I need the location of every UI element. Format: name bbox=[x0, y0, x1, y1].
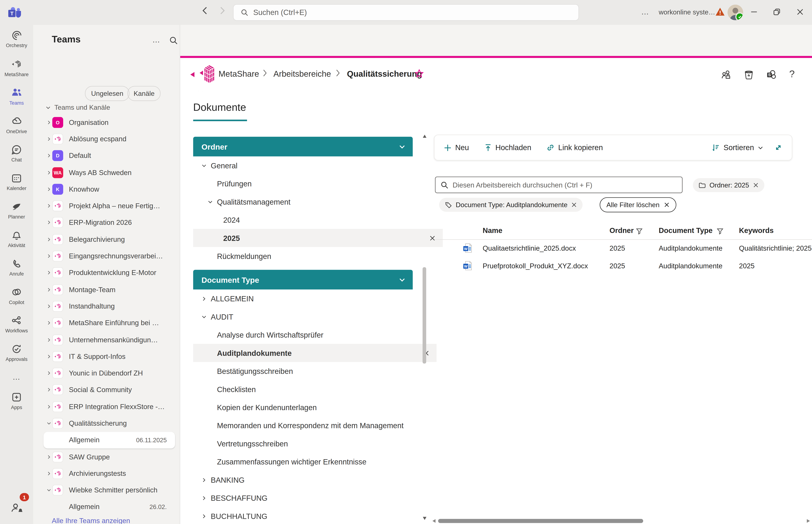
doctype-panel-header[interactable]: Document Type bbox=[193, 270, 413, 290]
window-restore-button[interactable] bbox=[773, 8, 781, 16]
global-search-input[interactable]: Suchen (Ctrl+E) bbox=[233, 4, 579, 21]
favorite-star-icon[interactable] bbox=[414, 69, 424, 79]
team-row[interactable]: Montage-Team bbox=[33, 281, 180, 298]
column-header-document-type[interactable]: Document Type bbox=[659, 226, 713, 234]
file-name[interactable]: Qualitaetsrichtlinie_2025.docx bbox=[483, 245, 576, 252]
column-header-ordner[interactable]: Ordner bbox=[610, 226, 634, 234]
folder-node-rueckmeldungen[interactable]: Rückmeldungen bbox=[193, 247, 436, 265]
team-row[interactable]: IT & Support-Infos bbox=[33, 348, 180, 365]
rail-item-apps[interactable]: Apps bbox=[0, 386, 33, 415]
titlebar-overflow-button[interactable]: … bbox=[641, 7, 649, 16]
team-row[interactable]: Unternehmensankündigun… bbox=[33, 331, 180, 348]
warning-icon[interactable] bbox=[715, 7, 725, 17]
rail-item-onedrive[interactable]: OneDrive bbox=[0, 110, 33, 139]
filter-pill-channels[interactable]: Kanäle bbox=[127, 86, 161, 101]
filter-funnel-icon[interactable] bbox=[636, 228, 643, 234]
vertical-scrollbar-thumb[interactable] bbox=[422, 267, 426, 364]
channel-row-selected[interactable]: Allgemein06.11.2025 bbox=[33, 431, 180, 448]
folder-node-pruefungen[interactable]: Prüfungen bbox=[193, 175, 436, 193]
copy-link-button[interactable]: Link kopieren bbox=[546, 144, 603, 152]
rail-item-orchestry[interactable]: Orchestry bbox=[0, 25, 33, 53]
doctype-node[interactable]: Checklisten bbox=[193, 380, 436, 398]
team-row[interactable]: Archivierungstests bbox=[33, 465, 180, 482]
doctype-node[interactable]: Bestätigungsschreiben bbox=[193, 362, 436, 380]
team-row[interactable]: Ablösung ecspand bbox=[33, 131, 180, 147]
doctype-node[interactable]: Analyse durch Wirtschaftsprüfer bbox=[193, 326, 436, 344]
show-all-teams-link[interactable]: Alle Ihre Teams anzeigen bbox=[52, 517, 130, 524]
team-row[interactable]: OOrganisation bbox=[33, 114, 180, 131]
scrollbar-up-arrow[interactable] bbox=[422, 134, 427, 138]
rail-more-button[interactable]: … bbox=[0, 367, 33, 386]
folder-node-2024[interactable]: 2024 bbox=[193, 211, 443, 229]
team-row[interactable]: Younic in Dübendorf ZH bbox=[33, 365, 180, 382]
team-row[interactable]: MetaShare Einführung bei … bbox=[33, 315, 180, 331]
breadcrumb-app[interactable]: MetaShare bbox=[218, 69, 259, 79]
rail-item-copilot[interactable]: Copilot bbox=[0, 281, 33, 310]
team-row[interactable]: Eingangsrechnungsverarbei… bbox=[33, 248, 180, 264]
section-teams-und-kanaele[interactable]: Teams und Kanäle bbox=[46, 103, 110, 111]
expand-view-button[interactable] bbox=[774, 144, 783, 152]
scrollbar-down-arrow[interactable] bbox=[422, 516, 427, 520]
team-row-expanded[interactable]: Qualitätssicherung bbox=[33, 415, 180, 432]
filter-chip-folder[interactable]: Ordner: 2025 bbox=[693, 178, 764, 192]
nav-back-icon[interactable] bbox=[201, 6, 210, 15]
folders-panel-header[interactable]: Ordner bbox=[193, 137, 413, 157]
folder-node-2025-selected[interactable]: 2025 bbox=[193, 229, 443, 247]
team-row[interactable]: Projekt Alpha – neue Fertig… bbox=[33, 198, 180, 214]
doctype-node[interactable]: Zusammenfassungen wichtiger Erkenntnisse bbox=[193, 453, 436, 471]
clear-filter-x-icon[interactable] bbox=[429, 235, 435, 241]
doctype-node[interactable]: Memoranden und Korrespondenz mit dem Man… bbox=[193, 416, 436, 434]
team-row[interactable]: WAWays AB Schweden bbox=[33, 164, 180, 181]
permissions-icon[interactable] bbox=[721, 69, 732, 80]
team-row[interactable]: Social & Community bbox=[33, 381, 180, 398]
rail-notifications-button[interactable]: 1 bbox=[0, 492, 33, 524]
workspace-search-input[interactable]: Diesen Arbeitsbereich durchsuchen (Ctrl … bbox=[435, 177, 683, 193]
tenant-name[interactable]: workonline syste… bbox=[659, 8, 715, 16]
doctype-group-audit[interactable]: AUDIT bbox=[193, 308, 430, 326]
filter-pill-unread[interactable]: Ungelesen bbox=[85, 86, 130, 101]
team-row[interactable]: Instandhaltung bbox=[33, 298, 180, 315]
column-header-name[interactable]: Name bbox=[483, 226, 502, 234]
doctype-group-beschaffung[interactable]: BESCHAFFUNG bbox=[193, 489, 430, 507]
horizontal-scrollbar-thumb[interactable] bbox=[438, 519, 643, 523]
window-minimize-button[interactable] bbox=[750, 8, 758, 16]
rail-item-chat[interactable]: Chat bbox=[0, 139, 33, 167]
new-button[interactable]: Neu bbox=[444, 144, 469, 152]
rail-item-approvals[interactable]: Approvals bbox=[0, 338, 33, 367]
team-row[interactable]: ERP Integration FlexxStore -… bbox=[33, 398, 180, 415]
rail-item-planner[interactable]: Planner bbox=[0, 196, 33, 224]
avatar[interactable] bbox=[728, 5, 743, 20]
teams-overflow-button[interactable]: … bbox=[152, 35, 161, 44]
rail-item-anrufe[interactable]: Anrufe bbox=[0, 253, 33, 281]
team-row[interactable]: DDefault bbox=[33, 147, 180, 164]
rail-item-metashare[interactable]: MetaShare bbox=[0, 53, 33, 82]
remove-filter-x-icon[interactable] bbox=[753, 182, 759, 188]
rail-item-aktivitaet[interactable]: Aktivität bbox=[0, 224, 33, 253]
clear-all-filters-button[interactable]: Alle Filter löschen bbox=[600, 197, 676, 212]
file-name[interactable]: Pruefprotokoll_Produkt_XYZ.docx bbox=[483, 262, 588, 270]
folder-node-general[interactable]: General bbox=[193, 157, 430, 175]
doctype-group-banking[interactable]: BANKING bbox=[193, 471, 430, 489]
rail-item-teams[interactable]: Teams bbox=[0, 82, 33, 110]
help-icon[interactable]: ? bbox=[789, 68, 795, 80]
doctype-group-allgemein[interactable]: ALLGEMEIN bbox=[193, 290, 430, 308]
hscrollbar-right-arrow[interactable] bbox=[806, 519, 810, 523]
channel-row[interactable]: Allgemein26.02. bbox=[33, 498, 180, 515]
doctype-node-selected[interactable]: Auditplandokumente bbox=[193, 344, 436, 362]
rail-item-workflows[interactable]: Workflows bbox=[0, 310, 33, 338]
team-row[interactable]: KKnowhow bbox=[33, 181, 180, 198]
rail-item-kalender[interactable]: Kalender bbox=[0, 167, 33, 196]
sort-button[interactable]: Sortieren bbox=[712, 144, 763, 152]
upload-button[interactable]: Hochladen bbox=[484, 144, 531, 152]
doctype-node[interactable]: Vertretungsschreiben bbox=[193, 435, 436, 453]
doctype-group-buchhaltung[interactable]: BUCHHALTUNG bbox=[193, 507, 430, 524]
window-close-button[interactable] bbox=[796, 8, 804, 16]
folder-node-qualitaetsmanagement[interactable]: Qualitätsmanagement bbox=[193, 193, 436, 211]
team-row[interactable]: ERP-Migration 2026 bbox=[33, 214, 180, 231]
teams-search-icon[interactable] bbox=[169, 36, 178, 45]
team-row-expanded[interactable]: Wiebke Schmitter persönlich bbox=[33, 482, 180, 499]
nav-forward-icon[interactable] bbox=[217, 6, 226, 15]
sharepoint-icon[interactable]: S bbox=[766, 69, 777, 80]
column-header-keywords[interactable]: Keywords bbox=[739, 226, 774, 234]
remove-filter-x-icon[interactable] bbox=[571, 202, 577, 208]
